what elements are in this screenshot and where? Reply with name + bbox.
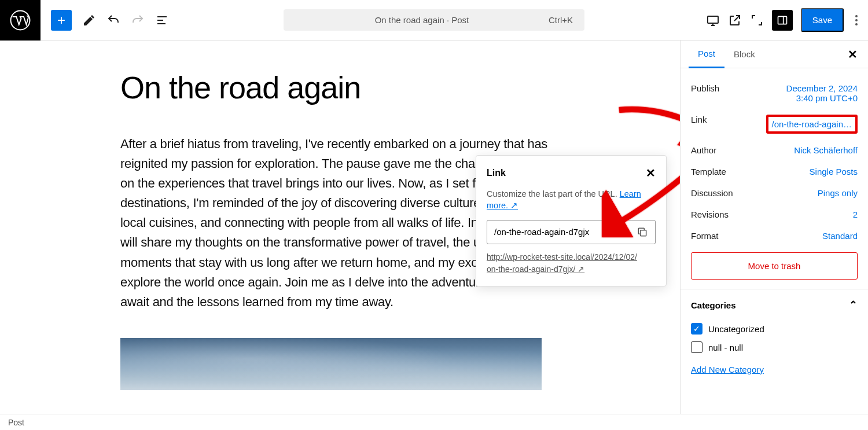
save-button[interactable]: Save [801,8,844,32]
tab-post[interactable]: Post [689,41,724,68]
options-menu-button[interactable] [852,12,861,29]
wordpress-icon [10,10,31,31]
add-block-button[interactable]: + [51,10,72,31]
doc-title-text: On the road again · Post [375,15,469,25]
toolbar-right: Save [706,8,861,32]
categories-panel: Categories ⌃ ✓ Uncategorized null - null… [681,289,868,384]
desktop-view-icon[interactable] [706,13,720,27]
svg-rect-2 [778,16,786,24]
permalink-button[interactable]: /on-the-road-again… [766,115,858,134]
main-area: On the road again After a brief hiatus f… [0,41,868,414]
meta-publish: Publish December 2, 20243:40 pm UTC+0 [691,78,858,109]
link-popover-title: Link [487,168,506,178]
template-button[interactable]: Single Posts [810,167,858,177]
footer-breadcrumb: Post [0,414,868,430]
tab-block[interactable]: Block [724,41,764,67]
top-toolbar: + On the road again · Post Ctrl+K Save [0,0,868,41]
move-to-trash-button[interactable]: Move to trash [691,252,858,280]
meta-link: Link /on-the-road-again… [691,109,858,139]
category-label: null - null [708,343,743,352]
wordpress-logo[interactable] [0,0,41,41]
redo-icon[interactable] [131,13,145,27]
category-item: ✓ Uncategorized [691,319,858,338]
post-title[interactable]: On the road again [120,69,680,105]
copy-icon[interactable] [637,226,648,238]
sidebar-toggle-button[interactable] [772,10,793,31]
settings-sidebar: Post Block ✕ Publish December 2, 20243:4… [680,41,868,414]
discussion-button[interactable]: Pings only [818,188,858,198]
add-category-link[interactable]: Add New Category [691,365,764,374]
slug-input[interactable] [494,227,637,237]
toolbar-left: + [41,10,169,31]
publish-date-button[interactable]: December 2, 20243:40 pm UTC+0 [786,83,858,103]
document-bar[interactable]: On the road again · Post Ctrl+K [284,9,584,31]
slug-input-wrapper [487,220,656,244]
link-popover-description: Customize the last part of the URL. Lear… [487,188,656,212]
meta-author: Author Nick Schäferhoff [691,139,858,161]
breadcrumb-item[interactable]: Post [8,418,24,427]
revisions-button[interactable]: 2 [853,210,858,219]
close-sidebar-icon[interactable]: ✕ [848,47,858,61]
full-url-preview[interactable]: http://wp-rocket-test-site.local/2024/12… [487,251,656,275]
svg-rect-1 [708,16,718,23]
editor-canvas[interactable]: On the road again After a brief hiatus f… [0,41,680,414]
checkbox-checked[interactable]: ✓ [691,323,703,335]
fullscreen-icon[interactable] [750,13,764,27]
outline-icon[interactable] [155,13,169,27]
close-icon[interactable]: ✕ [646,166,656,180]
post-summary-panel: Publish December 2, 20243:40 pm UTC+0 Li… [681,68,868,289]
meta-discussion: Discussion Pings only [691,182,858,204]
checkbox-unchecked[interactable] [691,341,703,353]
categories-toggle[interactable]: Categories ⌃ [691,299,858,311]
meta-template: Template Single Posts [691,161,858,182]
category-item: null - null [691,338,858,357]
meta-revisions: Revisions 2 [691,204,858,225]
external-link-icon[interactable] [728,13,742,27]
edit-icon[interactable] [82,13,96,27]
author-button[interactable]: Nick Schäferhoff [794,145,858,155]
panel-icon [777,14,788,26]
svg-rect-3 [641,230,646,236]
meta-format: Format Standard [691,225,858,247]
shortcut-hint: Ctrl+K [549,15,573,25]
chevron-up-icon: ⌃ [849,299,858,311]
category-label: Uncategorized [708,324,764,334]
post-image-block[interactable] [120,338,542,390]
format-button[interactable]: Standard [822,231,858,241]
undo-icon[interactable] [106,13,120,27]
sidebar-tabs: Post Block ✕ [681,41,868,68]
link-popover: Link ✕ Customize the last part of the UR… [476,155,667,286]
